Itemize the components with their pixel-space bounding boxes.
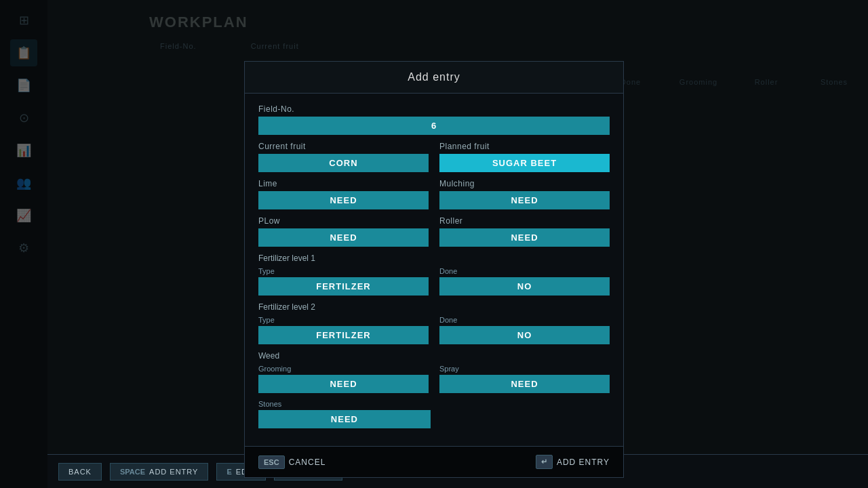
modal-footer: ESC CANCEL ↵ ADD ENTRY	[245, 446, 623, 477]
mulching-label: Mulching	[439, 179, 610, 188]
current-fruit-col: Current fruit CORN	[258, 142, 429, 172]
spray-col: Spray NEED	[439, 365, 610, 393]
add-entry-label: ADD ENTRY	[149, 468, 198, 476]
add-entry-key: SPACE	[120, 468, 145, 476]
back-button[interactable]: BACK	[58, 463, 102, 481]
fertilizer1-type-value[interactable]: FERTILZER	[258, 277, 429, 296]
fertilizer1-heading: Fertilizer level 1	[258, 253, 610, 263]
mulching-value[interactable]: NEED	[439, 191, 610, 209]
modal-title: Add entry	[258, 71, 610, 83]
roller-label: Roller	[439, 216, 610, 226]
fertilizer2-done-label: Done	[439, 316, 610, 324]
lime-col: Lime NEED	[258, 179, 429, 209]
spray-label: Spray	[439, 365, 610, 373]
add-entry-dialog: Add entry Field-No. 6 Current fruit CORN…	[244, 61, 624, 478]
fertilizer1-type-label: Type	[258, 267, 429, 275]
fertilizer2-done-value[interactable]: NO	[439, 326, 610, 344]
confirm-button[interactable]: ↵ ADD ENTRY	[536, 455, 610, 469]
current-fruit-value[interactable]: CORN	[258, 154, 429, 172]
roller-value[interactable]: NEED	[439, 228, 610, 247]
modal-body: Field-No. 6 Current fruit CORN Planned f…	[245, 94, 623, 446]
grooming-col: Grooming NEED	[258, 365, 429, 393]
planned-fruit-label: Planned fruit	[439, 142, 610, 151]
fertilizer1-done-label: Done	[439, 267, 610, 275]
back-label: BACK	[68, 468, 92, 476]
modal-header: Add entry	[245, 62, 623, 94]
edit-key: E	[226, 468, 231, 476]
weed-row: Grooming NEED Spray NEED	[258, 365, 610, 393]
cancel-label: CANCEL	[289, 458, 326, 467]
fertilizer2-heading: Fertilizer level 2	[258, 302, 610, 312]
fertilizer1-row: Type FERTILZER Done NO	[258, 267, 610, 296]
field-no-section: Field-No. 6	[258, 104, 610, 135]
field-no-value[interactable]: 6	[258, 117, 610, 135]
fertilizer1-type-col: Type FERTILZER	[258, 267, 429, 296]
fertilizer2-type-label: Type	[258, 316, 429, 324]
cancel-key: ESC	[258, 455, 285, 469]
fertilizer1-done-value[interactable]: NO	[439, 277, 610, 296]
fertilizer2-row: Type FERTILZER Done NO	[258, 316, 610, 344]
plow-label: PLow	[258, 216, 429, 226]
planned-fruit-value[interactable]: SUGAR BEET	[439, 154, 610, 172]
confirm-label: ADD ENTRY	[557, 458, 610, 467]
fertilizer1-done-col: Done NO	[439, 267, 610, 296]
plow-value[interactable]: NEED	[258, 228, 429, 247]
lime-mulching-row: Lime NEED Mulching NEED	[258, 179, 610, 209]
spray-value[interactable]: NEED	[439, 375, 610, 393]
fruit-row: Current fruit CORN Planned fruit SUGAR B…	[258, 142, 610, 172]
fertilizer2-type-value[interactable]: FERTILZER	[258, 326, 429, 344]
roller-col: Roller NEED	[439, 216, 610, 247]
confirm-key: ↵	[536, 455, 553, 469]
grooming-value[interactable]: NEED	[258, 375, 429, 393]
stones-label: Stones	[258, 400, 610, 408]
plow-col: PLow NEED	[258, 216, 429, 247]
current-fruit-label: Current fruit	[258, 142, 429, 151]
mulching-col: Mulching NEED	[439, 179, 610, 209]
weed-heading: Weed	[258, 351, 610, 361]
stones-section: Stones NEED	[258, 400, 610, 428]
add-entry-button[interactable]: SPACE ADD ENTRY	[110, 463, 208, 481]
planned-fruit-col: Planned fruit SUGAR BEET	[439, 142, 610, 172]
cancel-button[interactable]: ESC CANCEL	[258, 455, 326, 469]
fertilizer2-type-col: Type FERTILZER	[258, 316, 429, 344]
stones-value[interactable]: NEED	[258, 410, 431, 428]
plow-roller-row: PLow NEED Roller NEED	[258, 216, 610, 247]
lime-label: Lime	[258, 179, 429, 188]
lime-value[interactable]: NEED	[258, 191, 429, 209]
fertilizer2-done-col: Done NO	[439, 316, 610, 344]
grooming-label: Grooming	[258, 365, 429, 373]
field-no-label: Field-No.	[258, 104, 610, 114]
